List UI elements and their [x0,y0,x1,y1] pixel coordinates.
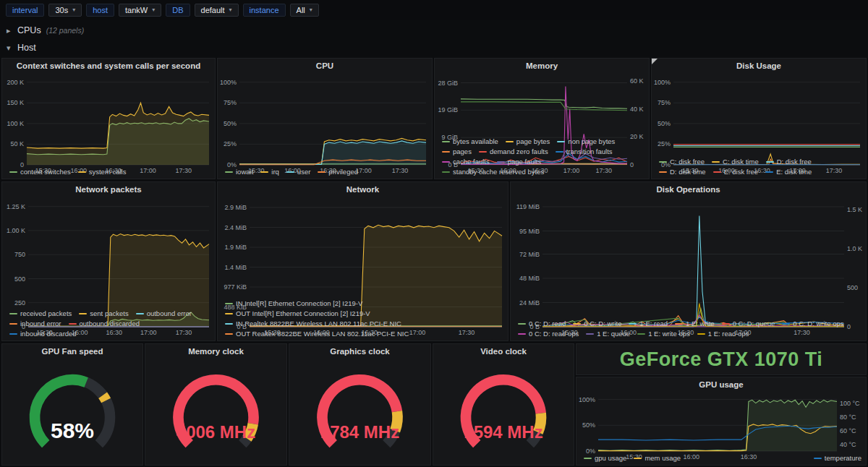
variable-label-host[interactable]: host [86,4,114,17]
legend-item[interactable]: IN Intel[R] Ethernet Connection [2] I219… [225,299,362,308]
series-color-swatch [78,171,86,173]
row-header-host[interactable]: ▾ Host [0,40,868,56]
svg-text:50 K: 50 K [10,140,24,147]
legend-item[interactable]: 0 C: D: read [518,319,566,328]
panel-title[interactable]: GPU Fan speed [2,344,142,359]
legend-network-packets: received packetssent packetsoutbound err… [2,308,215,340]
legend-item[interactable]: OUT Intel[R] Ethernet Connection [2] I21… [225,309,370,318]
svg-text:1.4 MiB: 1.4 MiB [224,264,247,271]
row-panel-count: (12 panels) [46,26,85,35]
chart-memory[interactable]: 0 B9 GiB19 GiB28 GiB020 K40 K60 K15:3016… [435,74,649,136]
panel-title[interactable]: Context switches and system calls per se… [2,59,215,74]
svg-text:250: 250 [14,299,25,307]
legend-cpu: iowaitirquserprivileged [218,166,432,179]
legend-item[interactable]: context switches [9,167,71,176]
legend-item[interactable]: 0 C: D: queue [722,319,775,328]
legend-item[interactable]: standby cache reserved bytes [442,167,544,176]
svg-text:19 GiB: 19 GiB [438,106,458,113]
legend-item[interactable]: cache faults [442,157,490,166]
legend-item[interactable]: 1 E: read [629,319,668,328]
grafana-dashboard: interval 30s▾ host tankW▾ DB default▾ in… [0,0,868,467]
legend-item[interactable]: demand zero faults [479,147,548,156]
panel-title[interactable]: Disk Usage [652,59,866,74]
variable-dropdown-db[interactable]: default▾ [195,4,239,17]
legend-item[interactable]: outbound error [136,309,192,318]
legend-item[interactable]: page faults [497,157,541,166]
legend-item[interactable]: inbound discarded [9,329,77,338]
legend-item[interactable]: D: disk free [766,157,812,166]
legend-item[interactable]: IN Realtek 8822BE Wireless LAN 802.11ac … [225,319,401,328]
legend-context-switches: context switchessystem calls [2,166,215,179]
svg-text:72 MiB: 72 MiB [519,251,540,258]
row-header-cpus[interactable]: ▸ CPUs (12 panels) [0,22,868,38]
variable-dropdown-interval[interactable]: 30s▾ [48,4,82,17]
series-color-swatch [9,323,17,325]
legend-item[interactable]: user [286,167,310,176]
series-color-swatch [225,171,233,173]
legend-item[interactable]: 1 E: queue [586,329,630,338]
legend-item[interactable]: 1 E: write [675,319,715,328]
legend-item[interactable]: page bytes [506,137,550,146]
legend-item[interactable]: mem usage [634,453,681,463]
series-color-swatch [814,458,822,459]
legend-item[interactable]: privileged [318,167,358,176]
panel-title[interactable]: Video clock [433,344,574,359]
chart-context-switches[interactable]: 050 K100 K150 K200 K15:3016:0016:3017:00… [2,74,215,166]
variable-label-db[interactable]: DB [166,4,190,17]
legend-memory: bytes availablepage bytesnon page bytesp… [435,136,649,179]
panel-title[interactable]: Network [218,182,508,197]
chart-network-packets[interactable]: 02505007501.00 K1.25 K15:3016:0016:3017:… [2,197,215,308]
legend-item[interactable]: 0 C: D: write [573,319,621,328]
series-color-swatch [225,333,233,335]
gauge-memory-clock: 4006 MHz [145,359,286,465]
legend-item[interactable]: iowait [225,167,253,176]
legend-item[interactable]: irq [260,167,279,176]
svg-text:40 °C: 40 °C [840,441,856,448]
legend-item[interactable]: outbound discarded [69,319,140,328]
chart-network[interactable]: 0 B488 KiB977 KiB1.4 MiB1.9 MiB2.4 MiB2.… [218,197,508,298]
svg-text:500: 500 [847,284,858,291]
legend-item[interactable]: C: disk free [659,157,705,166]
legend-item[interactable]: OUT Realtek 8822BE Wireless LAN 802.11ac… [225,329,409,338]
legend-item[interactable]: gpu usage [584,453,626,463]
panel-title[interactable]: Memory [435,59,649,74]
variable-label-instance[interactable]: instance [243,4,286,17]
variable-dropdown-host[interactable]: tankW▾ [119,4,161,17]
legend-item[interactable]: temperature [814,453,861,463]
panel-title[interactable]: GPU usage [576,377,866,393]
legend-item[interactable]: transition faults [556,147,613,156]
panel-title[interactable]: Graphics clock [289,344,430,359]
svg-text:80 °C: 80 °C [840,414,856,421]
legend-item[interactable]: E: disk free [713,167,759,176]
series-color-swatch [629,323,637,325]
legend-item[interactable]: 1 E: write ops [637,329,690,338]
panel-title[interactable]: Disk Operations [511,182,866,197]
series-color-swatch [69,323,77,325]
legend-item[interactable]: pages [442,147,472,156]
legend-item[interactable]: system calls [78,167,127,176]
legend-item[interactable]: C: disk time [712,157,759,166]
svg-text:75%: 75% [658,99,671,106]
chart-cpu[interactable]: 0%25%50%75%100%15:3016:0016:3017:0017:30 [218,74,432,166]
legend-item[interactable]: 1 E: read ops [697,329,749,338]
panel-corner-badge [652,59,658,64]
variable-dropdown-instance[interactable]: All▾ [290,4,319,17]
svg-text:1.5 K: 1.5 K [847,206,862,213]
legend-item[interactable]: bytes available [442,137,498,146]
panel-gpu-usage: GPU usage 0%50%100%40 °C60 °C80 °C100 °C… [576,377,867,466]
variable-label-interval[interactable]: interval [6,4,44,17]
legend-item[interactable]: sent packets [79,309,128,318]
chart-disk-usage[interactable]: 0%25%50%75%100%15:3016:0016:3017:0017:30 [652,74,866,156]
legend-item[interactable]: E: disk time [765,167,812,176]
panel-title[interactable]: CPU [218,59,432,74]
panel-title[interactable]: Network packets [2,182,215,197]
chart-gpu-usage[interactable]: 0%50%100%40 °C60 °C80 °C100 °C15:3016:00… [576,393,866,453]
chart-disk-operations[interactable]: 0 B24 MiB48 MiB72 MiB95 MiB119 MiB05001.… [511,197,866,318]
legend-item[interactable]: non page bytes [557,137,615,146]
panel-title[interactable]: Memory clock [145,344,286,359]
legend-item[interactable]: D: disk time [659,167,706,176]
legend-item[interactable]: received packets [9,309,72,318]
legend-item[interactable]: 0 C: D: read ops [518,329,579,338]
legend-item[interactable]: 0 C: D: write ops [782,319,843,328]
legend-item[interactable]: inbound error [9,319,61,328]
